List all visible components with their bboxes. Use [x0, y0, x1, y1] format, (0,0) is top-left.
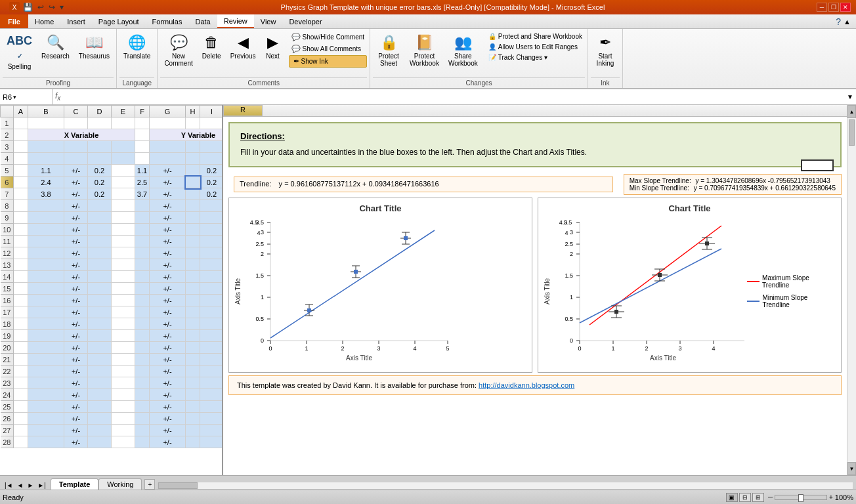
cell-I6[interactable]: 0.2 [200, 177, 224, 188]
name-box[interactable]: R6 ▾ [0, 89, 53, 104]
cell-A3[interactable] [14, 141, 28, 153]
tab-first-btn[interactable]: |◄ [3, 481, 15, 490]
cell-I3[interactable] [200, 141, 224, 153]
cell-B3[interactable] [28, 141, 64, 153]
cell-I7[interactable]: 0.2 [200, 188, 224, 200]
cell-A5[interactable] [14, 165, 28, 177]
formula-input[interactable] [63, 93, 847, 101]
show-hide-comment-btn[interactable]: 💬 Show/Hide Comment [289, 32, 367, 43]
thesaurus-btn[interactable]: 📖 Thesaurus [75, 32, 114, 62]
start-inking-btn[interactable]: ✒ StartInking [591, 32, 620, 70]
zoom-thumb[interactable] [798, 494, 803, 502]
col-H-header[interactable]: H [186, 106, 200, 117]
cell-B4[interactable] [28, 153, 64, 165]
cell-C7[interactable]: +/- [64, 188, 88, 200]
research-btn[interactable]: 🔍 Research [37, 32, 74, 62]
cell-G6[interactable]: +/- [150, 177, 186, 188]
col-A-header[interactable]: A [14, 106, 28, 117]
cell-B5[interactable]: 1.1 [28, 165, 64, 177]
protect-share-workbook-btn[interactable]: 🔒 Protect and Share Workbook [486, 32, 585, 41]
col-I-header[interactable]: I [200, 106, 224, 117]
cell-G5[interactable]: +/- [150, 165, 186, 177]
cell-A6[interactable] [14, 177, 28, 188]
pagelayout-menu[interactable]: Page Layout [92, 14, 146, 28]
cell-C6[interactable]: +/- [64, 177, 88, 188]
cell-C5[interactable]: +/- [64, 165, 88, 177]
cell-H5[interactable] [186, 165, 200, 177]
dropdown-quick-btn[interactable]: ▾ [58, 2, 65, 12]
zoom-slider[interactable] [775, 495, 827, 500]
cell-I4[interactable] [200, 153, 224, 165]
insert-sheet-btn[interactable]: + [144, 479, 155, 490]
cell-D4[interactable] [88, 153, 112, 165]
cell-G3[interactable] [150, 141, 186, 153]
scrollbar-thumb[interactable] [849, 119, 855, 146]
cell-A4[interactable] [14, 153, 28, 165]
undo-quick-btn[interactable]: ↩ [36, 2, 45, 12]
cell-G4[interactable] [150, 153, 186, 165]
data-menu[interactable]: Data [188, 14, 217, 28]
zoom-in-btn[interactable]: + [829, 494, 833, 501]
redo-quick-btn[interactable]: ↪ [47, 2, 56, 12]
cell-B6[interactable]: 2.4 [28, 177, 64, 188]
cell-A2[interactable] [14, 129, 28, 141]
cell-D1[interactable] [88, 117, 112, 129]
name-box-dropdown[interactable]: ▾ [13, 94, 16, 100]
col-C-header[interactable]: C [64, 106, 88, 117]
page-layout-btn[interactable]: ⊟ [739, 493, 751, 502]
cell-C1[interactable] [64, 117, 88, 129]
h-scrollbar-track[interactable] [158, 482, 853, 490]
cell-A1[interactable] [14, 117, 28, 129]
new-comment-btn[interactable]: 💬 NewComment [160, 32, 196, 70]
cell-G7[interactable]: +/- [150, 188, 186, 200]
minimize-btn[interactable]: ─ [817, 3, 827, 12]
col-G-header[interactable]: G [150, 106, 186, 117]
minimize-ribbon-btn[interactable]: ▲ [844, 18, 851, 26]
col-D-header[interactable]: D [88, 106, 112, 117]
cell-A7[interactable] [14, 188, 28, 200]
allow-users-edit-btn[interactable]: 👤 Allow Users to Edit Ranges [486, 42, 585, 52]
col-R-header-selected[interactable]: R [223, 105, 263, 116]
cell-D3[interactable] [88, 141, 112, 153]
show-all-comments-btn[interactable]: 💬 Show All Comments [289, 43, 367, 54]
save-quick-btn[interactable]: 💾 [22, 2, 34, 12]
tab-template[interactable]: Template [51, 478, 98, 490]
developer-menu[interactable]: Developer [282, 14, 328, 28]
cell-F4[interactable] [135, 153, 150, 165]
cell-D5[interactable]: 0.2 [88, 165, 112, 177]
tab-working[interactable]: Working [98, 478, 142, 490]
share-workbook-btn[interactable]: 👥 ShareWorkbook [444, 32, 482, 70]
credit-link[interactable]: http://davidkann.blogspot.com [479, 381, 574, 389]
restore-btn[interactable]: ❐ [828, 3, 839, 12]
tab-next-btn[interactable]: ► [25, 481, 35, 490]
spelling-btn[interactable]: ABC✓ Spelling [3, 32, 36, 73]
right-scrollbar[interactable]: ▲ ▼ [847, 105, 856, 475]
file-menu[interactable]: File [0, 14, 28, 28]
zoom-out-btn[interactable]: ─ [768, 494, 773, 501]
scrollbar-down-btn[interactable]: ▼ [847, 462, 856, 475]
close-btn[interactable]: ✕ [840, 3, 851, 12]
page-break-btn[interactable]: ⊞ [752, 493, 764, 502]
cell-C3[interactable] [64, 141, 88, 153]
cell-C4[interactable] [64, 153, 88, 165]
formulas-menu[interactable]: Formulas [146, 14, 189, 28]
cell-F1[interactable] [135, 117, 150, 129]
cell-r6-box[interactable] [801, 159, 834, 171]
cell-I5[interactable]: 0.2 [200, 165, 224, 177]
tab-last-btn[interactable]: ►| [35, 481, 48, 490]
cell-H7[interactable] [186, 188, 200, 200]
cell-B7[interactable]: 3.8 [28, 188, 64, 200]
cell-I1[interactable] [200, 117, 224, 129]
next-comment-btn[interactable]: ▶ Next [261, 32, 285, 62]
h-scrollbar[interactable] [155, 482, 856, 490]
protect-sheet-btn[interactable]: 🔒 ProtectSheet [373, 32, 404, 70]
delete-comment-btn[interactable]: 🗑 Delete [198, 32, 225, 62]
cell-H6-selected[interactable] [186, 177, 200, 188]
cell-G1[interactable] [150, 117, 186, 129]
show-ink-btn[interactable]: ✒ Show Ink [289, 55, 367, 68]
help-icon[interactable]: ? [836, 16, 841, 27]
scrollbar-up-btn[interactable]: ▲ [847, 105, 856, 118]
cell-B1[interactable] [28, 117, 64, 129]
tab-prev-btn[interactable]: ◄ [15, 481, 26, 490]
cell-E7[interactable] [112, 188, 135, 200]
